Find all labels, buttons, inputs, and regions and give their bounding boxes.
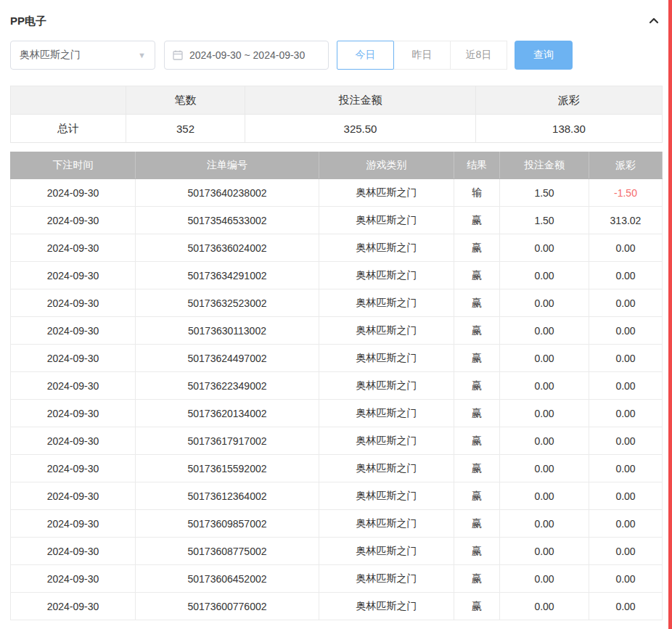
search-button[interactable]: 查询	[515, 41, 573, 70]
cell-order-number: 50173622349002	[136, 372, 319, 400]
cell-result: 赢	[454, 289, 500, 317]
cell-order-number: 50173608775002	[136, 538, 319, 565]
table-row: 2024-09-3050173630113002奥林匹斯之门赢0.000.00	[11, 317, 663, 345]
cell-bet-time: 2024-09-30	[11, 482, 136, 510]
table-row: 2024-09-3050173634291002奥林匹斯之门赢0.000.00	[11, 262, 663, 289]
yesterday-button[interactable]: 昨日	[393, 41, 451, 70]
last-8-days-button[interactable]: 近8日	[450, 41, 507, 70]
cell-bet-amount: 0.00	[500, 455, 589, 482]
table-row: 2024-09-3050173632523002奥林匹斯之门赢0.000.00	[11, 289, 663, 317]
cell-result: 赢	[454, 482, 500, 510]
cell-bet-amount: 0.00	[500, 234, 589, 262]
cell-bet-time: 2024-09-30	[11, 565, 136, 593]
summary-header-payout: 派彩	[476, 86, 663, 115]
cell-payout: 0.00	[589, 345, 663, 372]
table-row: 2024-09-3050173640238002奥林匹斯之门输1.50-1.50	[11, 179, 663, 207]
cell-game-category: 奥林匹斯之门	[319, 345, 454, 372]
cell-payout: 0.00	[589, 234, 663, 262]
cell-payout: 0.00	[589, 593, 663, 620]
summary-header-bet-amount: 投注金额	[245, 86, 476, 115]
cell-order-number: 50173546533002	[136, 207, 319, 234]
table-row: 2024-09-3050173608775002奥林匹斯之门赢0.000.00	[11, 538, 663, 565]
scroll-indicator[interactable]	[668, 0, 672, 629]
table-row: 2024-09-3050173617917002奥林匹斯之门赢0.000.00	[11, 427, 663, 455]
cell-result: 赢	[454, 427, 500, 455]
cell-game-category: 奥林匹斯之门	[319, 593, 454, 620]
cell-bet-amount: 1.50	[500, 179, 589, 207]
cell-bet-time: 2024-09-30	[11, 289, 136, 317]
cell-bet-time: 2024-09-30	[11, 427, 136, 455]
cell-result: 赢	[454, 593, 500, 620]
cell-order-number: 50173624497002	[136, 345, 319, 372]
cell-order-number: 50173600776002	[136, 593, 319, 620]
cell-bet-time: 2024-09-30	[11, 234, 136, 262]
cell-order-number: 50173615592002	[136, 455, 319, 482]
cell-payout: 0.00	[589, 565, 663, 593]
table-row: 2024-09-3050173615592002奥林匹斯之门赢0.000.00	[11, 455, 663, 482]
cell-payout: 0.00	[589, 482, 663, 510]
cell-bet-time: 2024-09-30	[11, 593, 136, 620]
summary-total-label: 总计	[11, 115, 126, 143]
game-select-value: 奥林匹斯之门	[20, 49, 81, 62]
cell-bet-time: 2024-09-30	[11, 510, 136, 538]
cell-game-category: 奥林匹斯之门	[319, 538, 454, 565]
cell-bet-time: 2024-09-30	[11, 400, 136, 427]
cell-game-category: 奥林匹斯之门	[319, 482, 454, 510]
cell-result: 赢	[454, 345, 500, 372]
cell-result: 赢	[454, 538, 500, 565]
cell-order-number: 50173612364002	[136, 482, 319, 510]
table-row: 2024-09-3050173600776002奥林匹斯之门赢0.000.00	[11, 593, 663, 620]
cell-bet-amount: 0.00	[500, 510, 589, 538]
quick-range-group: 今日 昨日 近8日	[337, 41, 507, 70]
cell-order-number: 50173636024002	[136, 234, 319, 262]
header-result: 结果	[454, 152, 500, 179]
cell-bet-time: 2024-09-30	[11, 317, 136, 345]
summary-header-count: 笔数	[126, 86, 245, 115]
cell-bet-amount: 0.00	[500, 345, 589, 372]
cell-order-number: 50173620134002	[136, 400, 319, 427]
summary-table: 笔数 投注金额 派彩 总计 352 325.50 138.30	[10, 86, 663, 143]
cell-payout: 0.00	[589, 510, 663, 538]
table-row: 2024-09-3050173546533002奥林匹斯之门赢1.50313.0…	[11, 207, 663, 234]
cell-bet-amount: 0.00	[500, 400, 589, 427]
cell-bet-amount: 0.00	[500, 262, 589, 289]
table-row: 2024-09-3050173624497002奥林匹斯之门赢0.000.00	[11, 345, 663, 372]
cell-bet-time: 2024-09-30	[11, 455, 136, 482]
cell-payout: 0.00	[589, 455, 663, 482]
cell-bet-amount: 0.00	[500, 565, 589, 593]
cell-game-category: 奥林匹斯之门	[319, 289, 454, 317]
cell-game-category: 奥林匹斯之门	[319, 565, 454, 593]
table-row: 2024-09-3050173606452002奥林匹斯之门赢0.000.00	[11, 565, 663, 593]
cell-order-number: 50173630113002	[136, 317, 319, 345]
cell-payout: 0.00	[589, 317, 663, 345]
cell-result: 赢	[454, 234, 500, 262]
cell-result: 赢	[454, 372, 500, 400]
summary-total-row: 总计 352 325.50 138.30	[11, 115, 663, 143]
header-bet-time: 下注时间	[11, 152, 136, 179]
chevron-down-icon: ▼	[138, 52, 146, 59]
cell-order-number: 50173640238002	[136, 179, 319, 207]
collapse-button[interactable]	[646, 13, 662, 29]
cell-payout: 0.00	[589, 400, 663, 427]
cell-bet-amount: 0.00	[500, 538, 589, 565]
header-order-number: 注单编号	[136, 152, 319, 179]
game-select[interactable]: 奥林匹斯之门 ▼	[10, 41, 155, 70]
date-range-picker[interactable]: 2024-09-30 ~ 2024-09-30	[164, 41, 329, 70]
summary-header-blank	[11, 86, 126, 115]
cell-payout: 0.00	[589, 262, 663, 289]
cell-result: 赢	[454, 455, 500, 482]
cell-bet-amount: 0.00	[500, 317, 589, 345]
cell-payout: 313.02	[589, 207, 663, 234]
cell-bet-time: 2024-09-30	[11, 179, 136, 207]
cell-order-number: 50173634291002	[136, 262, 319, 289]
today-button[interactable]: 今日	[337, 41, 394, 70]
cell-result: 赢	[454, 565, 500, 593]
cell-bet-amount: 1.50	[500, 207, 589, 234]
cell-bet-time: 2024-09-30	[11, 372, 136, 400]
cell-payout: -1.50	[589, 179, 663, 207]
calendar-icon	[172, 49, 184, 61]
cell-result: 输	[454, 179, 500, 207]
summary-header-row: 笔数 投注金额 派彩	[11, 86, 663, 115]
cell-bet-time: 2024-09-30	[11, 345, 136, 372]
cell-payout: 0.00	[589, 372, 663, 400]
